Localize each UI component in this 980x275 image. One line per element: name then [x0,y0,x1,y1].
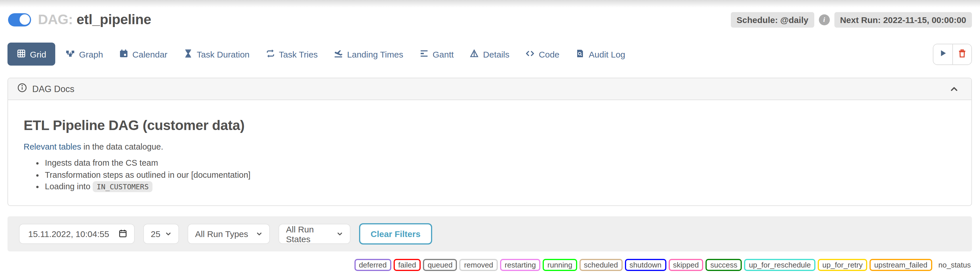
triangle-icon [470,49,479,60]
list-item: Loading into IN_CUSTOMERS [45,182,956,191]
tab-details[interactable]: Details [462,43,518,65]
status-badge[interactable]: upstream_failed [870,259,932,271]
airflow-dag-page: DAG: etl_pipeline Schedule: @daily i Nex… [0,0,980,275]
status-badge[interactable]: success [706,259,742,271]
graph-icon [66,49,75,60]
tab-landing-times[interactable]: Landing Times [326,43,411,65]
dag-pause-toggle[interactable] [8,13,31,26]
status-badge[interactable]: up_for_retry [818,259,867,271]
tab-label: Task Duration [197,49,250,59]
run-types-select[interactable]: All Run Types [188,224,270,244]
dag-docs-content: ETL Pipeline DAG (customer data) Relevan… [8,100,971,191]
run-filter-bar: 15.11.2022, 10:04:55 25 All Run Types Al… [8,216,972,251]
gantt-bars-icon [419,49,428,60]
grid-icon [17,49,26,60]
schedule-info-icon[interactable]: i [819,14,829,25]
tab-gantt[interactable]: Gantt [411,43,461,65]
tab-label: Task Tries [279,49,318,59]
repeat-icon [266,49,275,60]
status-badge[interactable]: restarting [500,259,540,271]
code-chip: IN_CUSTOMERS [93,181,153,192]
tab-label: Gantt [433,49,453,59]
dag-prefix-label: DAG: [38,11,73,27]
status-badge[interactable]: queued [423,259,457,271]
dag-docs-panel: DAG Docs ETL Pipeline DAG (customer data… [8,78,972,206]
tab-label: Audit Log [589,49,625,59]
file-search-icon [576,49,585,60]
view-tabs: Grid Graph Calendar Task Duration Task T… [8,43,972,65]
top-shadow [0,0,980,8]
status-badge[interactable]: skipped [668,259,703,271]
tab-graph[interactable]: Graph [58,43,111,65]
status-badge[interactable]: failed [394,259,421,271]
status-badge[interactable]: shutdown [625,259,666,271]
state-legend: deferred failed queued removed restartin… [354,258,971,271]
chevron-down-icon [337,231,343,237]
run-states-value: All Run States [286,224,332,244]
dag-header: DAG: etl_pipeline Schedule: @daily i Nex… [8,11,972,28]
tab-audit-log[interactable]: Audit Log [567,43,633,65]
hourglass-icon [184,49,193,60]
next-run-badge: Next Run: 2022-11-15, 00:00:00 [834,12,972,27]
tab-label: Landing Times [347,49,403,59]
no-status-label: no_status [938,260,971,269]
list-item: Transformation steps as outlined in our … [45,170,956,179]
docs-intro: Relevant tables in the data catalogue. [24,142,956,151]
dag-docs-title: DAG Docs [32,84,74,94]
docs-intro-text: in the data catalogue. [81,142,163,151]
run-states-select[interactable]: All Run States [278,224,350,244]
dag-docs-header[interactable]: DAG Docs [8,78,971,100]
run-types-value: All Run Types [195,229,248,239]
chevron-down-icon [256,231,262,237]
info-outline-icon [17,83,27,95]
clear-filters-button[interactable]: Clear Filters [359,223,432,245]
list-item: Ingests data from the CS team [45,158,956,167]
tab-label: Calendar [132,49,167,59]
page-size-value: 25 [151,229,160,239]
page-title: DAG: etl_pipeline [38,11,151,28]
status-badge[interactable]: removed [460,259,498,271]
trigger-dag-button[interactable] [933,44,952,64]
tab-label: Grid [30,49,46,59]
dag-action-buttons [933,43,972,65]
base-date-input[interactable]: 15.11.2022, 10:04:55 [19,224,135,244]
schedule-badge: Schedule: @daily [731,12,814,27]
plane-landing-icon [334,49,343,60]
tab-task-tries[interactable]: Task Tries [258,43,326,65]
trash-icon [958,49,967,60]
status-badge[interactable]: up_for_reschedule [745,259,815,271]
bullet-text: Loading into [45,182,93,191]
docs-heading: ETL Pipeline DAG (customer data) [24,118,956,134]
tab-label: Graph [79,49,103,59]
calendar-picker-icon[interactable] [119,229,127,239]
chevron-down-icon [165,231,172,237]
status-badge[interactable]: running [542,259,577,271]
tab-label: Code [539,49,560,59]
relevant-tables-link[interactable]: Relevant tables [24,142,81,151]
status-badge[interactable]: scheduled [579,259,623,271]
tab-calendar[interactable]: Calendar [111,43,175,65]
tab-code[interactable]: Code [518,43,568,65]
date-value: 15.11.2022, 10:04:55 [28,229,109,239]
tab-task-duration[interactable]: Task Duration [175,43,258,65]
calendar-icon [119,49,128,60]
tab-label: Details [483,49,509,59]
header-badges: Schedule: @daily i Next Run: 2022-11-15,… [731,12,972,27]
docs-bullet-list: Ingests data from the CS team Transforma… [24,158,956,191]
dag-name: etl_pipeline [76,11,151,27]
play-icon [939,49,947,59]
toggle-knob [19,14,30,25]
tab-grid[interactable]: Grid [8,43,56,65]
delete-dag-button[interactable] [952,44,971,64]
status-badge[interactable]: deferred [354,259,391,271]
page-size-select[interactable]: 25 [143,224,179,244]
code-brackets-icon [526,49,535,60]
chevron-up-icon[interactable] [950,84,959,94]
